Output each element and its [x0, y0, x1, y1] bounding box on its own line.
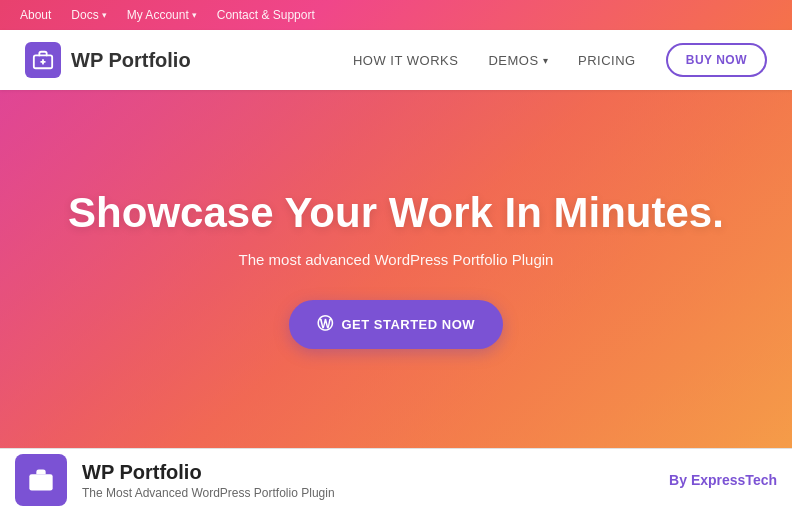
cta-button[interactable]: Ⓦ GET STARTED NOW — [289, 300, 503, 349]
hero-section: Showcase Your Work In Minutes. The most … — [0, 90, 792, 448]
logo-icon — [25, 42, 61, 78]
plugin-briefcase-icon — [27, 466, 55, 494]
logo[interactable]: WP Portfolio — [25, 42, 191, 78]
docs-chevron-icon: ▾ — [102, 10, 107, 20]
admin-bar: About Docs ▾ My Account ▾ Contact & Supp… — [0, 0, 792, 30]
plugin-info: WP Portfolio The Most Advanced WordPress… — [82, 460, 654, 500]
svg-rect-3 — [29, 474, 52, 490]
demos-chevron-icon: ▾ — [543, 55, 549, 66]
cta-label: GET STARTED NOW — [341, 317, 475, 332]
admin-bar-my-account[interactable]: My Account — [127, 8, 189, 22]
main-nav: WP Portfolio HOW IT WORKS DEMOS ▾ PRICIN… — [0, 30, 792, 90]
nav-links: HOW IT WORKS DEMOS ▾ PRICING BUY NOW — [353, 43, 767, 77]
nav-demos[interactable]: DEMOS ▾ — [488, 53, 548, 68]
nav-pricing[interactable]: PRICING — [578, 53, 636, 68]
hero-content: Showcase Your Work In Minutes. The most … — [68, 189, 724, 349]
account-chevron-icon: ▾ — [192, 10, 197, 20]
plugin-author: By ExpressTech — [669, 472, 777, 488]
admin-bar-docs-item: Docs ▾ — [71, 8, 106, 22]
plugin-icon-box — [15, 454, 67, 506]
bottom-bar: WP Portfolio The Most Advanced WordPress… — [0, 448, 792, 510]
plugin-description: The Most Advanced WordPress Portfolio Pl… — [82, 486, 654, 500]
nav-how-it-works[interactable]: HOW IT WORKS — [353, 53, 458, 68]
admin-bar-docs[interactable]: Docs — [71, 8, 98, 22]
hero-subtitle: The most advanced WordPress Portfolio Pl… — [68, 251, 724, 268]
plugin-name: WP Portfolio — [82, 460, 654, 484]
logo-text: WP Portfolio — [71, 49, 191, 72]
admin-bar-about[interactable]: About — [20, 8, 51, 22]
admin-bar-contact[interactable]: Contact & Support — [217, 8, 315, 22]
admin-bar-account-item: My Account ▾ — [127, 8, 197, 22]
buy-now-button[interactable]: BUY NOW — [666, 43, 767, 77]
hero-title: Showcase Your Work In Minutes. — [68, 189, 724, 237]
wordpress-icon: Ⓦ — [317, 314, 334, 335]
